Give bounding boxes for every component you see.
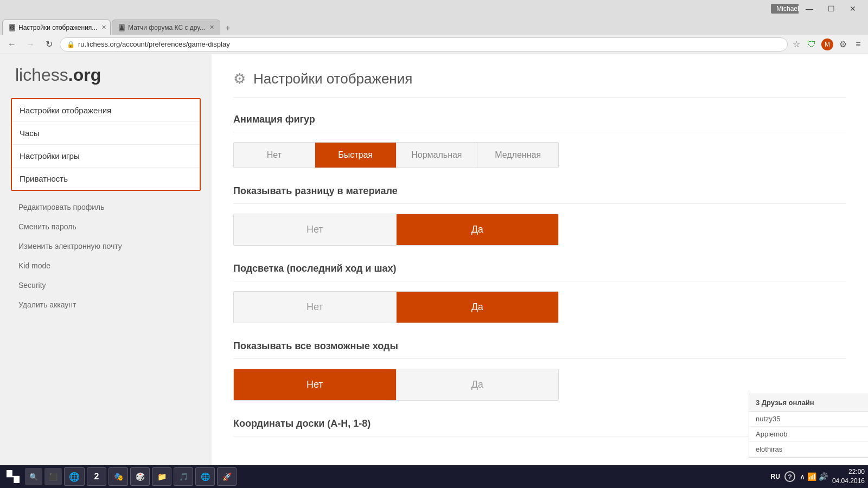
taskbar-app-6[interactable]: 🎵	[174, 467, 193, 486]
tab-favicon-1: ⚙	[9, 24, 15, 31]
taskbar-app-5[interactable]: 📁	[152, 467, 171, 486]
close-button[interactable]: ✕	[842, 0, 864, 17]
minimize-button[interactable]: —	[799, 0, 820, 17]
tab-close-2[interactable]: ✕	[209, 24, 214, 31]
clock-date: 04.04.2016	[832, 477, 865, 486]
lock-icon: 🔒	[67, 41, 75, 48]
animation-fast-btn[interactable]: Быстрая	[315, 143, 397, 168]
logo-domain: .org	[68, 65, 101, 85]
windows-icon	[7, 470, 20, 483]
sidebar-item-security[interactable]: Security	[11, 275, 201, 295]
sidebar-item-edit-profile[interactable]: Редактировать профиль	[11, 197, 201, 217]
taskbar-app-4[interactable]: 🎲	[130, 467, 150, 486]
address-bar[interactable]: 🔒 ru.lichess.org/account/preferences/gam…	[60, 37, 788, 52]
language-button[interactable]: RU	[771, 473, 780, 480]
extensions-icon[interactable]: ⚙	[838, 39, 848, 50]
page-gear-icon: ⚙	[233, 70, 246, 87]
address-text: ru.lichess.org/account/preferences/game-…	[78, 40, 230, 48]
tab-label-2: Матчи форума КС с дру...	[128, 24, 205, 31]
tab-label-1: Настройки отображения...	[18, 24, 97, 31]
clock-time: 22:00	[832, 467, 865, 477]
section-title-moves: Показывать все возможные ходы	[233, 341, 846, 359]
profile-icon[interactable]: M	[821, 38, 833, 50]
section-moves: Показывать все возможные ходы Нет Да	[233, 341, 846, 401]
back-button[interactable]: ←	[4, 37, 20, 52]
animation-none-btn[interactable]: Нет	[234, 143, 315, 168]
forward-button[interactable]: →	[23, 37, 38, 52]
system-tray: ∧ 📶 🔊	[800, 472, 828, 481]
shield-icon: 🛡	[806, 39, 817, 50]
highlight-yes-btn[interactable]: Да	[397, 292, 559, 323]
site-logo: lichess.org	[11, 65, 201, 85]
new-tab-button[interactable]: +	[221, 22, 234, 35]
material-btn-group: Нет Да	[233, 214, 559, 246]
bookmark-icon[interactable]: ☆	[791, 39, 802, 50]
section-title-highlight: Подсветка (последний ход и шах)	[233, 263, 846, 281]
moves-yes-btn[interactable]: Да	[397, 369, 559, 400]
taskbar-task-btn[interactable]: ⬛	[44, 468, 62, 485]
animation-slow-btn[interactable]: Медленная	[477, 143, 558, 168]
tab-close-1[interactable]: ✕	[101, 24, 106, 31]
tray-icon-1[interactable]: ∧	[800, 472, 805, 481]
page-title: ⚙ Настройки отображения	[233, 70, 846, 98]
taskbar-app-browser[interactable]: 🌐	[64, 467, 85, 486]
animation-normal-btn[interactable]: Нормальная	[397, 143, 478, 168]
sidebar: lichess.org Настройки отображения Часы Н…	[0, 54, 212, 488]
friend-item-3[interactable]: elothiras	[749, 442, 868, 457]
highlight-btn-group: Нет Да	[233, 291, 559, 323]
tab-favicon-2: ♟	[119, 24, 125, 31]
sidebar-item-clock[interactable]: Часы	[12, 122, 200, 145]
taskbar-app-7[interactable]: 🌐	[195, 467, 215, 486]
section-material: Показывать разницу в материале Нет Да	[233, 185, 846, 246]
taskbar-search-btn[interactable]: 🔍	[25, 468, 42, 485]
sidebar-item-kid-mode[interactable]: Kid mode	[11, 256, 201, 275]
system-clock[interactable]: 22:00 04.04.2016	[832, 467, 865, 486]
reload-button[interactable]: ↻	[41, 37, 56, 52]
taskbar-app-2[interactable]: 2	[87, 467, 106, 486]
taskbar-app-8[interactable]: 🚀	[217, 467, 237, 486]
animation-btn-group: Нет Быстрая Нормальная Медленная	[233, 142, 559, 168]
sidebar-item-change-password[interactable]: Сменить пароль	[11, 217, 201, 236]
material-no-btn[interactable]: Нет	[234, 214, 397, 245]
material-yes-btn[interactable]: Да	[397, 214, 559, 245]
help-icon[interactable]: ?	[784, 471, 795, 482]
sidebar-menu-group: Настройки отображения Часы Настройки игр…	[11, 98, 201, 191]
moves-btn-group: Нет Да	[233, 369, 559, 401]
volume-icon[interactable]: 🔊	[819, 472, 828, 481]
sidebar-item-delete-account[interactable]: Удалить аккаунт	[11, 295, 201, 314]
taskbar: 🔍 ⬛ 🌐 2 🎭 🎲 📁 🎵 🌐 🚀 RU ? ∧ 📶 🔊 22:00 04.…	[0, 465, 868, 488]
taskbar-app-3[interactable]: 🎭	[108, 467, 128, 486]
friend-item-2[interactable]: Appiemob	[749, 427, 868, 442]
section-animation: Анимация фигур Нет Быстрая Нормальная Ме…	[233, 114, 846, 168]
sidebar-item-change-email[interactable]: Изменить электронную почту	[11, 236, 201, 256]
friends-header: 3 Друзья онлайн	[749, 394, 868, 412]
tab-display-settings[interactable]: ⚙ Настройки отображения... ✕	[2, 20, 111, 35]
network-icon[interactable]: 📶	[807, 472, 816, 481]
start-button[interactable]	[3, 468, 23, 485]
sidebar-item-game-settings[interactable]: Настройки игры	[12, 145, 200, 168]
friends-panel: 3 Друзья онлайн nutzy35 Appiemob elothir…	[749, 394, 868, 458]
highlight-no-btn[interactable]: Нет	[234, 292, 397, 323]
menu-icon[interactable]: ≡	[853, 39, 864, 50]
tab-forum-matches[interactable]: ♟ Матчи форума КС с дру... ✕	[112, 20, 220, 35]
maximize-button[interactable]: ☐	[820, 0, 842, 17]
sidebar-item-display-settings[interactable]: Настройки отображения	[12, 99, 200, 122]
section-title-animation: Анимация фигур	[233, 114, 846, 132]
section-title-material: Показывать разницу в материале	[233, 185, 846, 204]
moves-no-btn[interactable]: Нет	[234, 369, 397, 400]
friend-item-1[interactable]: nutzy35	[749, 412, 868, 427]
user-badge: Michael	[777, 0, 799, 17]
sidebar-item-privacy[interactable]: Приватность	[12, 168, 200, 190]
section-highlight: Подсветка (последний ход и шах) Нет Да	[233, 263, 846, 323]
